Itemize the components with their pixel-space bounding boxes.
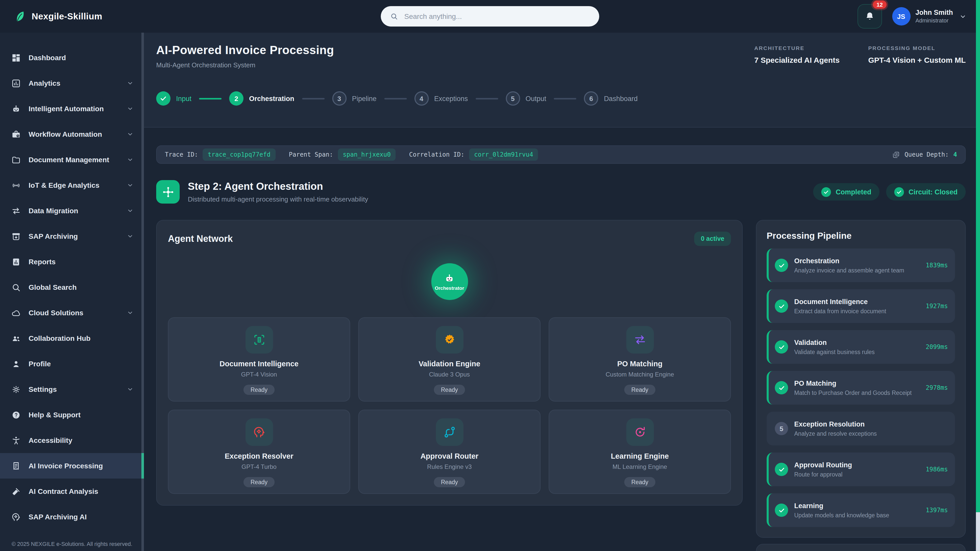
- sidebar-item-workflow-automation[interactable]: Workflow Automation: [0, 121, 144, 147]
- seal-check-icon: [443, 333, 456, 346]
- sidebar-item-sap-archiving-ai[interactable]: SAP Archiving AI: [0, 504, 144, 530]
- sidebar-item-global-search[interactable]: Global Search: [0, 275, 144, 300]
- step-circle: 4: [414, 91, 428, 106]
- chevron-down-icon: [127, 207, 134, 214]
- sidebar-item-intelligent-automation[interactable]: Intelligent Automation: [0, 96, 144, 121]
- check-icon: [778, 344, 785, 350]
- invoice-icon: [11, 461, 21, 471]
- avatar: JS: [892, 7, 910, 25]
- sidebar-item-label: AI Contract Analysis: [29, 487, 98, 495]
- step-label: Input: [176, 95, 191, 102]
- sidebar-item-cloud-solutions[interactable]: Cloud Solutions: [0, 300, 144, 326]
- step-input[interactable]: Input: [156, 91, 191, 106]
- gear-icon: [11, 384, 21, 394]
- agent-model: Custom Matching Engine: [606, 371, 674, 378]
- agent-model: GPT-4 Vision: [241, 371, 277, 378]
- sidebar-item-help-support[interactable]: Help & Support: [0, 402, 144, 427]
- brand[interactable]: Nexgile-Skillium: [13, 10, 102, 23]
- folder-icon: [11, 155, 21, 165]
- sidebar-item-profile[interactable]: Profile: [0, 351, 144, 376]
- pipeline-item-validation: ValidationValidate against business rule…: [767, 330, 955, 364]
- step-output[interactable]: 5 Output: [506, 91, 546, 106]
- step-orchestration[interactable]: 2 Orchestration: [229, 91, 294, 106]
- global-search-bar[interactable]: [381, 6, 599, 27]
- help-icon: [11, 410, 21, 420]
- pipeline-item-time: 1986ms: [921, 466, 948, 473]
- check-icon: [778, 507, 785, 513]
- queue-depth-value: 4: [953, 151, 957, 158]
- chevron-down-icon[interactable]: [959, 13, 967, 20]
- sidebar-item-ai-invoice-processing[interactable]: AI Invoice Processing: [0, 453, 144, 478]
- sidebar-item-accessibility[interactable]: Accessibility: [0, 427, 144, 453]
- sidebar-item-collaboration-hub[interactable]: Collaboration Hub: [0, 326, 144, 351]
- parent-span-value: span_hrjxexu0: [338, 148, 396, 161]
- sidebar-item-label: Analytics: [29, 79, 60, 87]
- step-connector: [302, 98, 325, 99]
- badge-label: Completed: [835, 188, 871, 196]
- sidebar-footer: © 2025 NEXGILE e-Solutions. All rights r…: [0, 541, 144, 547]
- pipeline-item-time: 2099ms: [921, 343, 948, 351]
- orchestrator-node[interactable]: Orchestrator: [431, 263, 468, 300]
- check-icon: [778, 262, 785, 268]
- notifications-button[interactable]: 12: [857, 4, 882, 29]
- agent-name: Validation Engine: [418, 360, 480, 368]
- pipeline-item-desc: Analyze invoice and assemble agent team: [794, 267, 904, 273]
- step-connector: [384, 98, 407, 99]
- step-pipeline[interactable]: 3 Pipeline: [332, 91, 376, 106]
- archive-icon: [11, 231, 21, 241]
- pipeline-title: Processing Pipeline: [767, 230, 955, 241]
- agent-icon-tile: [245, 326, 273, 354]
- sidebar-item-analytics[interactable]: Analytics: [0, 70, 144, 96]
- agent-name: Approval Router: [420, 452, 478, 460]
- chevron-down-icon: [127, 309, 134, 316]
- processing-pipeline-panel: Processing Pipeline OrchestrationAnalyze…: [756, 220, 966, 538]
- search-input[interactable]: [403, 12, 590, 21]
- user-info: John Smith Administrator: [915, 9, 953, 24]
- pipeline-item-time: 2978ms: [921, 384, 948, 391]
- agent-model: GPT-4 Turbo: [242, 463, 277, 470]
- agent-card-exception-resolver: Exception Resolver GPT-4 Turbo Ready: [168, 410, 350, 494]
- pipeline-item-title: Approval Routing: [794, 461, 852, 469]
- page-title: AI-Powered Invoice Processing: [156, 43, 334, 57]
- user-menu[interactable]: JS John Smith Administrator: [892, 7, 967, 25]
- app-root: Nexgile-Skillium 12 JS John Smith Admini…: [0, 0, 980, 551]
- sidebar-item-settings[interactable]: Settings: [0, 376, 144, 402]
- sidebar-item-data-migration[interactable]: Data Migration: [0, 198, 144, 224]
- pipeline-item-time: 1927ms: [921, 303, 948, 310]
- pipeline-item-approval-routing: Approval RoutingRoute for approval 1986m…: [767, 453, 955, 486]
- page-subtitle: Multi-Agent Orchestration System: [156, 61, 334, 69]
- search-icon: [11, 283, 21, 292]
- hub-icon: [162, 186, 174, 198]
- sidebar-scrollbar[interactable]: [142, 33, 144, 551]
- agent-card-approval-router: Approval Router Rules Engine v3 Ready: [358, 410, 541, 494]
- step-label: Dashboard: [604, 95, 638, 102]
- report-icon: [11, 257, 21, 267]
- trace-id-value: trace_cop1pq77efd: [203, 148, 275, 161]
- orchestrator-label: Orchestrator: [434, 285, 464, 291]
- agent-card-po-matching: PO Matching Custom Matching Engine Ready: [549, 318, 731, 402]
- route-icon: [443, 426, 456, 439]
- page-scrollbar-thumb[interactable]: [976, 0, 980, 513]
- sidebar-item-document-management[interactable]: Document Management: [0, 147, 144, 172]
- sidebar: Dashboard Analytics Intelligent Automati…: [0, 33, 144, 551]
- step-exceptions[interactable]: 4 Exceptions: [414, 91, 468, 106]
- page-scrollbar[interactable]: [976, 0, 980, 551]
- sidebar-item-reports[interactable]: Reports: [0, 249, 144, 275]
- sidebar-item-iot-edge-analytics[interactable]: IoT & Edge Analytics: [0, 172, 144, 198]
- sidebar-item-ai-contract-analysis[interactable]: AI Contract Analysis: [0, 478, 144, 504]
- stat-value: 7 Specialized AI Agents: [754, 56, 840, 64]
- step-dashboard[interactable]: 6 Dashboard: [584, 91, 638, 106]
- orchestration-step-icon: [156, 180, 180, 203]
- agent-icon-tile: [436, 418, 463, 446]
- chevron-down-icon: [127, 156, 134, 163]
- step-label: Pipeline: [352, 95, 376, 102]
- sidebar-item-label: Accessibility: [29, 436, 72, 445]
- page-title-block: AI-Powered Invoice Processing Multi-Agen…: [156, 43, 334, 69]
- agent-card-document-intelligence: Document Intelligence GPT-4 Vision Ready: [168, 318, 350, 402]
- sidebar-item-sap-archiving[interactable]: SAP Archiving: [0, 224, 144, 249]
- agent-icon-tile: [436, 326, 463, 354]
- step-connector: [476, 98, 498, 99]
- step-heading: Step 2: Agent Orchestration Distributed …: [156, 180, 966, 203]
- sidebar-item-dashboard[interactable]: Dashboard: [0, 45, 144, 70]
- pipeline-item-desc: Extract data from invoice document: [794, 308, 886, 314]
